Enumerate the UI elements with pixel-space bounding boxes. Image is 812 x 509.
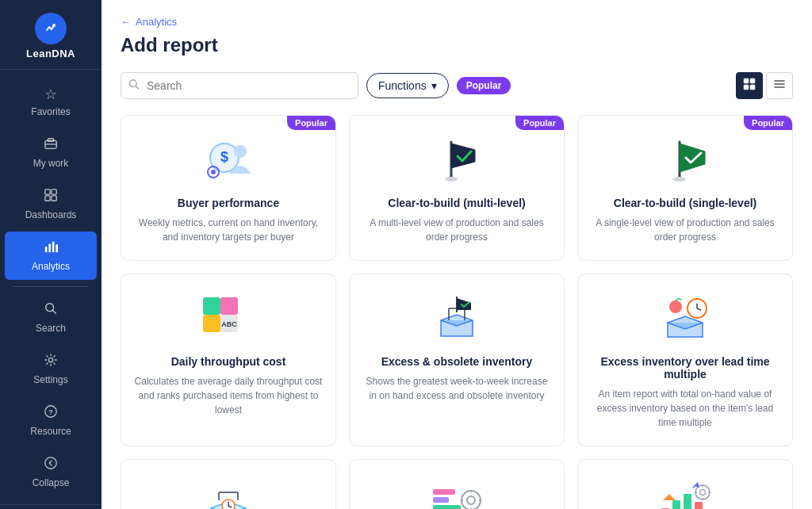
sidebar-item-label: Favorites [31,106,70,117]
report-card-gantt[interactable]: Gantt chart (Lean projects) Visualize le… [349,459,565,509]
ctb-multi-icon [425,132,488,187]
sidebar-item-label: Dashboards [25,209,77,220]
svg-rect-26 [750,85,755,90]
gantt-icon [425,476,488,509]
svg-point-18 [45,457,56,469]
functions-button[interactable]: Functions ▾ [366,73,449,98]
svg-rect-70 [684,494,691,510]
card-description: An item report with total on-hand value … [591,387,779,430]
search-input[interactable] [121,72,358,99]
svg-point-40 [673,177,686,182]
main-content: ← Analytics Add report Functions ▾ Popul… [102,0,812,509]
dashboard-icon [44,188,58,206]
popular-tag: Popular [515,116,564,130]
report-card-buyer-performance[interactable]: Popular $ Buyer performance Weekly metri… [121,115,336,261]
card-title: Daily throughput cost [171,355,286,368]
excess-lead-time-icon [653,290,717,346]
sidebar-item-label: My work [33,158,69,169]
svg-text:$: $ [220,149,228,165]
analytics-icon [44,239,58,258]
daily-throughput-icon: ABC [197,290,260,346]
svg-point-73 [695,485,710,499]
report-card-ctb-single[interactable]: Popular Clear-to-build (single-level) A … [577,115,793,261]
briefcase-icon [44,136,58,155]
sidebar-item-label: Collapse [33,477,70,488]
svg-rect-71 [695,502,703,510]
buyer-performance-icon: $ [197,132,260,187]
svg-marker-47 [457,298,471,310]
svg-rect-6 [52,189,56,194]
search-wrapper [121,72,358,99]
list-view-button[interactable] [766,72,793,99]
page-title: Add report [121,34,793,56]
svg-rect-10 [48,243,51,252]
card-title: Excess inventory over lead time multiple [591,355,779,381]
sidebar-item-label: Settings [33,374,67,385]
grid-view-button[interactable] [736,72,763,99]
popular-tag: Popular [287,116,335,130]
report-card-excess-obsolete[interactable]: Excess & obsolete inventory Shows the gr… [349,274,565,446]
svg-line-14 [52,310,56,313]
sidebar-item-dashboards[interactable]: Dashboards [5,180,97,228]
breadcrumb[interactable]: ← Analytics [121,16,793,28]
sidebar-item-collapse[interactable]: Collapse [5,448,97,496]
sidebar-item-analytics[interactable]: Analytics [5,232,97,280]
svg-rect-5 [45,189,50,194]
sidebar-item-search[interactable]: Search [5,293,97,342]
popular-tag: Popular [744,116,792,130]
resource-icon: ? [44,404,58,423]
report-card-grid: Popular $ Buyer performance Weekly metri… [121,115,793,509]
collapse-icon [44,456,58,474]
svg-rect-3 [48,139,53,142]
sidebar-nav: ☆ Favorites My work D [0,70,102,504]
svg-rect-45 [203,297,220,315]
svg-point-15 [48,358,52,362]
svg-point-51 [669,300,682,313]
popular-filter-badge[interactable]: Popular [457,77,511,94]
svg-marker-36 [451,144,475,168]
card-description: A multi-level view of production and sal… [362,216,551,244]
search-icon [128,79,140,93]
sidebar-item-resource[interactable]: ? Resource [5,396,97,445]
card-description: A single-level view of production and sa… [591,216,779,244]
svg-line-22 [136,86,138,89]
sidebar-logo-text: LeanDNA [26,48,75,59]
report-card-excess-sell[interactable]: Excess to sell Excess inventory that can… [121,459,336,509]
sidebar-bottom: LeanDNA ⇄ Switch [0,504,102,509]
sidebar-item-label: Analytics [32,261,70,272]
svg-rect-59 [433,497,449,503]
sidebar-item-settings[interactable]: Settings [5,345,97,393]
chevron-down-icon: ▾ [431,79,437,92]
star-icon: ☆ [44,86,57,103]
settings-icon [44,353,58,371]
sidebar-item-favorites[interactable]: ☆ Favorites [5,78,97,125]
sidebar-item-mywork[interactable]: My work [5,128,97,177]
svg-rect-58 [433,489,455,495]
sidebar-item-label: Search [36,323,66,334]
sidebar-logo: LeanDNA [0,0,102,70]
excess-obsolete-icon [425,290,488,346]
svg-rect-69 [672,500,680,510]
svg-rect-7 [45,196,50,201]
report-card-excess-lead-time[interactable]: Excess inventory over lead time multiple… [577,274,793,446]
report-card-goal-performance[interactable]: Goal performance (Lean projects) An over… [577,459,793,509]
card-description: Shows the greatest week-to-week increase… [362,374,551,403]
svg-point-32 [234,145,247,158]
card-description: Weekly metrics, current on hand inventor… [134,216,323,244]
svg-rect-41 [203,315,220,332]
report-card-daily-throughput[interactable]: ABC Daily throughput cost Calculates the… [121,274,336,446]
svg-point-37 [445,177,458,182]
card-title: Buyer performance [178,197,279,209]
svg-rect-42 [220,297,238,315]
svg-point-74 [700,489,706,495]
svg-rect-9 [45,247,48,252]
goal-performance-icon [653,476,717,509]
svg-marker-39 [680,144,705,172]
svg-point-1 [52,24,56,27]
excess-sell-icon [197,476,260,509]
card-title: Excess & obsolete inventory [381,355,533,368]
breadcrumb-arrow: ← [121,16,131,28]
report-card-ctb-multi[interactable]: Popular Clear-to-build (multi-level) A m… [349,115,565,261]
svg-rect-12 [56,244,58,252]
svg-marker-72 [663,494,676,500]
